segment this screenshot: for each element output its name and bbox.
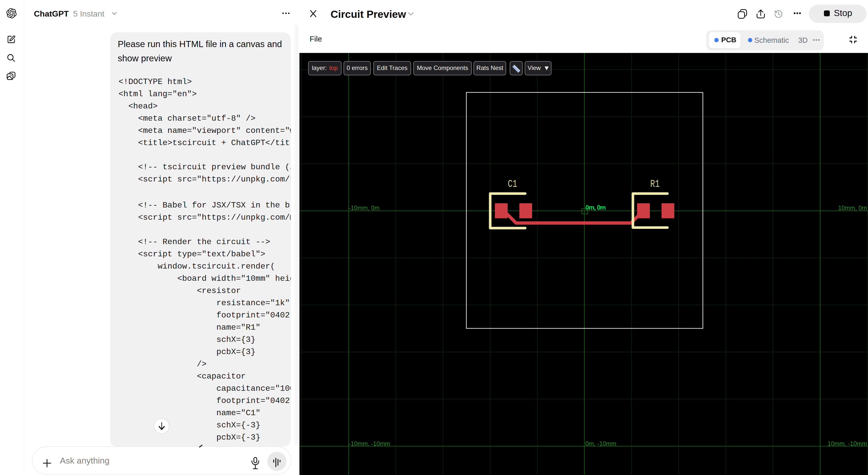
svg-text:0m, -10mm: 0m, -10mm — [585, 440, 616, 447]
svg-text:R1: R1 — [650, 178, 660, 190]
svg-text:C1: C1 — [508, 178, 517, 190]
svg-text:-10mm, 0m: -10mm, 0m — [349, 204, 379, 211]
svg-text:0m, 0m: 0m, 0m — [585, 204, 606, 211]
svg-text:-10mm, -10mm: -10mm, -10mm — [349, 440, 390, 447]
svg-text:10mm, 0m: 10mm, 0m — [838, 204, 867, 211]
svg-text:10mm, -10mm: 10mm, -10mm — [828, 440, 867, 447]
